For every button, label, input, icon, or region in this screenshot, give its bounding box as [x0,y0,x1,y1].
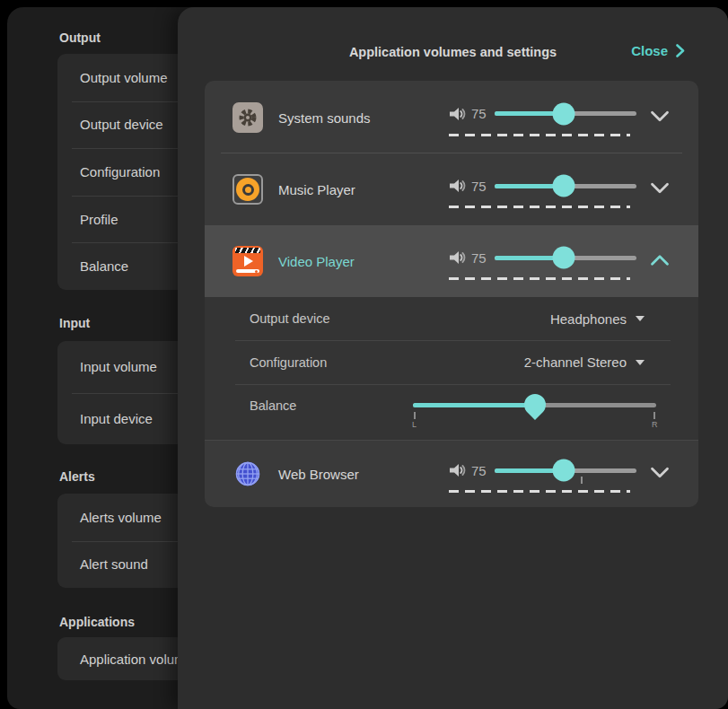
volume-icon [447,106,467,122]
close-button[interactable]: Close [631,43,685,58]
balance-fill [413,403,535,407]
balance-row: Balance L R [205,384,698,441]
section-header-output: Output [59,29,101,47]
slider-thumb[interactable] [553,460,575,482]
volume-icon [447,462,467,478]
volume-icon [447,249,467,266]
app-row-music-player[interactable]: Music Player 75 [205,153,698,225]
app-volume-list: System sounds 75 [205,81,698,507]
app-row-video-player[interactable]: Video Player 75 [205,225,698,297]
app-name: Video Player [278,254,355,269]
balance-left-tick [414,412,416,419]
output-device-dropdown[interactable]: Headphones [550,311,645,327]
peak-meter [449,134,630,136]
slider-thumb[interactable] [553,247,575,269]
section-header-input: Input [59,314,90,332]
chevron-right-icon [676,44,685,57]
section-header-applications: Applications [59,613,135,631]
peak-meter [449,206,630,208]
peak-meter [449,490,630,493]
section-header-alerts: Alerts [59,468,95,486]
configuration-value: 2-channel Stereo [524,354,627,370]
volume-value: 75 [471,250,490,266]
volume-slider[interactable] [495,468,636,473]
volume-value: 75 [471,463,490,478]
slider-thumb[interactable] [553,102,575,125]
configuration-dropdown[interactable]: 2-channel Stereo [524,354,645,370]
volume-value: 75 [471,179,490,194]
output-device-row: Output device Headphones [205,297,698,340]
balance-label: Balance [250,398,296,413]
volume-value: 75 [471,106,490,121]
caret-down-icon [636,316,645,321]
app-name: System sounds [278,109,371,125]
volume-slider[interactable] [495,184,636,188]
balance-right-mark: R [652,420,658,429]
balance-right-tick [653,412,655,419]
video-player-details: Output device Headphones Configuration 2… [205,297,698,441]
app-name: Music Player [278,182,355,197]
globe-icon [232,459,263,489]
volume-slider[interactable] [495,111,636,116]
speaker-icon [232,174,263,205]
chevron-down-icon[interactable] [650,466,670,479]
output-device-value: Headphones [550,311,627,327]
balance-thumb[interactable] [520,390,550,420]
slider-100-mark [581,477,583,484]
sound-settings-window: Output Output volume Output device Confi… [7,7,728,709]
balance-slider[interactable] [413,403,656,407]
application-volumes-panel: Application volumes and settings Close S… [178,7,728,709]
app-row-system-sounds[interactable]: System sounds 75 [205,81,698,153]
app-name: Web Browser [278,467,359,482]
close-label: Close [631,43,668,58]
caret-down-icon [636,360,645,365]
volume-icon [447,178,467,194]
slider-thumb[interactable] [553,175,575,197]
configuration-row: Configuration 2-channel Stereo [205,340,698,384]
video-icon [232,246,263,276]
volume-slider[interactable] [495,256,636,260]
peak-meter [449,277,630,280]
gear-icon [232,102,263,133]
chevron-down-icon[interactable] [650,109,670,123]
output-device-label: Output device [250,311,329,326]
app-row-web-browser[interactable]: Web Browser 75 [205,441,698,507]
configuration-label: Configuration [250,355,327,370]
chevron-down-icon[interactable] [650,181,670,195]
chevron-up-icon[interactable] [650,253,670,267]
balance-left-mark: L [412,420,417,429]
